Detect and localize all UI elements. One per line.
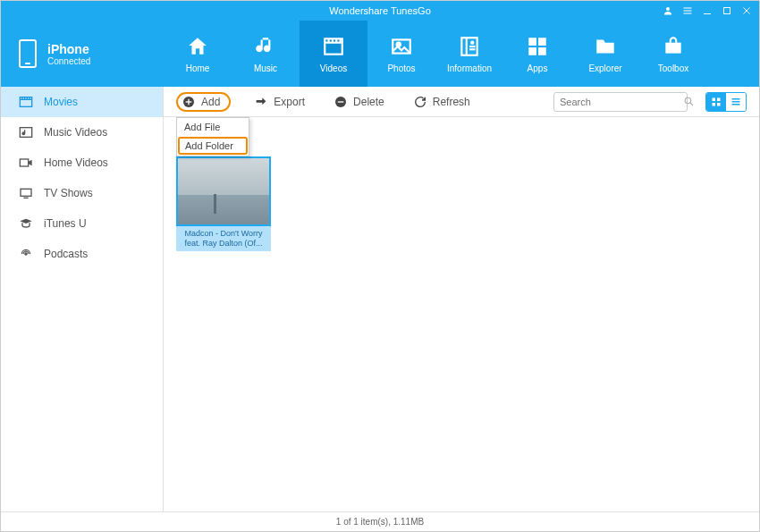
music-icon (254, 35, 277, 58)
svg-rect-48 (732, 101, 740, 103)
nav-label: Home (186, 63, 210, 73)
refresh-button[interactable]: Refresh (408, 92, 476, 112)
device-text: iPhone Connected (47, 42, 90, 66)
view-toggle (705, 92, 747, 112)
svg-rect-3 (684, 13, 692, 14)
nav-explorer[interactable]: Explorer (571, 21, 639, 87)
status-text: 1 of 1 item(s), 1.11MB (336, 517, 424, 527)
sidebar-label: Home Videos (44, 156, 108, 169)
sidebar-item-music-videos[interactable]: Music Videos (1, 117, 163, 148)
sidebar-label: Podcasts (44, 248, 88, 260)
svg-line-42 (690, 103, 693, 106)
add-file-item[interactable]: Add File (177, 118, 249, 136)
export-button[interactable]: Export (249, 92, 310, 112)
svg-rect-45 (713, 103, 716, 106)
svg-rect-31 (20, 128, 31, 138)
nav-label: Apps (528, 63, 548, 73)
itunes-u-icon (19, 217, 33, 230)
menu-icon[interactable] (682, 5, 693, 16)
phone-icon (19, 39, 37, 68)
nav-label: Information (447, 63, 492, 73)
device-name: iPhone (47, 42, 90, 56)
sidebar-item-itunes-u[interactable]: iTunes U (1, 208, 163, 239)
thumbnail-image (176, 156, 271, 226)
app-title: Wondershare TunesGo (329, 5, 431, 16)
sidebar-label: iTunes U (44, 217, 87, 230)
minus-circle-icon (334, 95, 348, 109)
tv-icon (19, 187, 33, 199)
nav-label: Toolbox (658, 63, 688, 73)
nav-music[interactable]: Music (232, 21, 300, 87)
add-folder-item[interactable]: Add Folder (178, 137, 248, 155)
sidebar-item-home-videos[interactable]: Home Videos (1, 148, 163, 178)
svg-rect-1 (684, 8, 692, 9)
close-button[interactable] (741, 5, 752, 16)
window-controls (663, 5, 752, 16)
svg-rect-47 (732, 98, 740, 100)
thumb-line1: Madcon - Don't Worry (178, 229, 269, 239)
sidebar-label: Music Videos (44, 126, 107, 139)
search-icon[interactable] (683, 96, 695, 107)
titlebar: Wondershare TunesGo (1, 1, 759, 21)
svg-rect-22 (538, 38, 546, 46)
svg-point-41 (685, 97, 691, 104)
sidebar-item-movies[interactable]: Movies (1, 87, 163, 117)
main: Add Export Delete Refresh (164, 87, 759, 511)
svg-rect-5 (724, 8, 730, 14)
svg-rect-49 (732, 104, 740, 106)
information-icon (458, 35, 481, 58)
svg-rect-23 (528, 47, 536, 55)
delete-button[interactable]: Delete (328, 92, 390, 112)
add-button[interactable]: Add (176, 92, 231, 112)
svg-point-18 (471, 41, 473, 43)
thumbnail-label: Madcon - Don't Worry feat. Ray Dalton (O… (176, 226, 271, 251)
home-videos-icon (19, 156, 33, 169)
device-status: Connected (47, 56, 90, 66)
sidebar: Movies Music Videos Home Videos TV Shows… (1, 87, 164, 511)
add-label: Add (201, 96, 220, 108)
list-view-button[interactable] (726, 93, 746, 111)
toolbar: Add Export Delete Refresh (164, 87, 759, 117)
add-dropdown: Add File Add Folder (176, 117, 249, 156)
statusbar: 1 of 1 item(s), 1.11MB (1, 511, 759, 531)
nav-photos[interactable]: Photos (367, 21, 435, 87)
svg-rect-2 (684, 11, 692, 12)
svg-rect-4 (704, 13, 711, 14)
video-thumbnail[interactable]: Madcon - Don't Worry feat. Ray Dalton (O… (176, 156, 271, 251)
nav-label: Explorer (588, 63, 621, 73)
grid-view-button[interactable] (706, 93, 726, 111)
home-icon (186, 35, 209, 58)
body: Movies Music Videos Home Videos TV Shows… (1, 87, 759, 511)
sidebar-label: TV Shows (44, 187, 93, 199)
export-label: Export (274, 96, 305, 108)
nav-apps[interactable]: Apps (503, 21, 571, 87)
sidebar-item-tv-shows[interactable]: TV Shows (1, 178, 163, 208)
export-icon (254, 95, 268, 109)
search-box[interactable] (553, 92, 688, 112)
photos-icon (390, 35, 413, 58)
minimize-button[interactable] (702, 5, 713, 16)
nav-toolbox[interactable]: Toolbox (639, 21, 707, 87)
svg-rect-21 (528, 38, 536, 46)
maximize-button[interactable] (722, 5, 732, 16)
nav-label: Photos (387, 63, 415, 73)
svg-rect-46 (717, 103, 721, 106)
top-nav: iPhone Connected Home Music Videos Photo… (1, 21, 759, 87)
user-icon[interactable] (663, 5, 673, 16)
svg-rect-32 (20, 159, 28, 166)
plus-circle-icon (182, 95, 196, 109)
toolbox-icon (662, 35, 685, 58)
device-panel[interactable]: iPhone Connected (1, 21, 164, 87)
svg-rect-24 (538, 47, 546, 55)
svg-point-0 (666, 7, 670, 11)
svg-rect-33 (21, 189, 31, 196)
explorer-icon (594, 35, 617, 58)
svg-rect-44 (717, 97, 721, 101)
nav-label: Videos (320, 63, 347, 73)
nav-items: Home Music Videos Photos Information App… (164, 21, 759, 87)
search-input[interactable] (560, 97, 683, 107)
nav-videos[interactable]: Videos (300, 21, 367, 87)
nav-home[interactable]: Home (164, 21, 232, 87)
sidebar-item-podcasts[interactable]: Podcasts (1, 239, 163, 269)
nav-information[interactable]: Information (435, 21, 503, 87)
